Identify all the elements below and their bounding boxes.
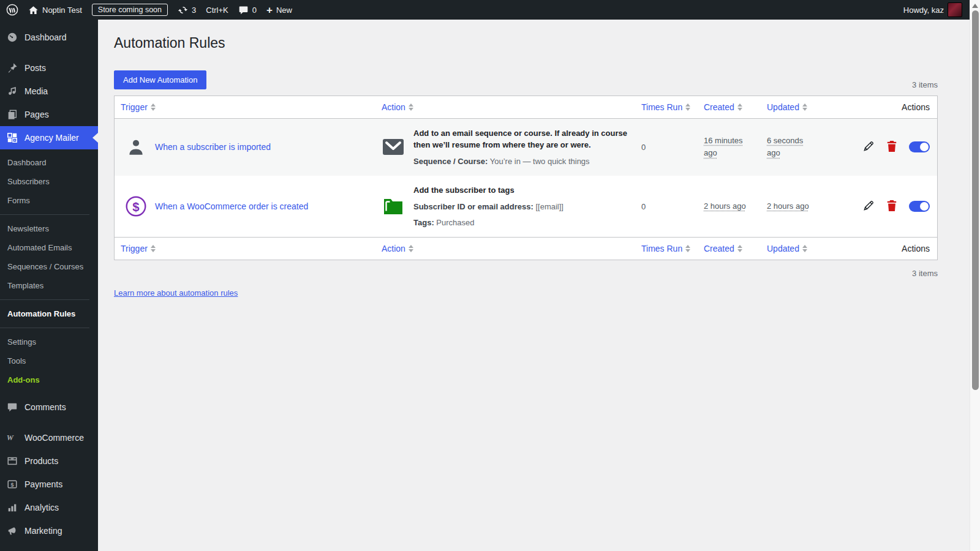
plus-icon: + [266,5,273,15]
column-label-actions: Actions [824,96,937,118]
sidebar-item-label: Comments [24,402,66,412]
submenu-item-automation-rules[interactable]: Automation Rules [0,304,98,323]
sidebar-item-payments[interactable]: $ Payments [0,473,98,496]
payments-icon: $ [6,478,18,490]
column-label-actions: Actions [824,238,937,260]
command-palette-shortcut[interactable]: Ctrl+K [206,6,228,15]
action-description: Add to an email sequence or course. If a… [413,127,629,151]
edit-rule-button[interactable] [862,140,875,154]
svg-text:W: W [7,433,14,442]
comments-link[interactable]: 0 [238,5,257,15]
sort-action[interactable]: Action [382,244,413,253]
learn-more-link[interactable]: Learn more about automation rules [114,288,238,298]
rule-enabled-toggle[interactable] [909,141,930,152]
submenu-item-dashboard[interactable]: Dashboard [0,153,98,172]
new-content-link[interactable]: + New [266,5,292,15]
trash-icon [886,140,897,154]
meta-value: You’re in — two quick things [490,157,590,166]
sort-trigger[interactable]: Trigger [121,102,156,112]
comments-count: 0 [252,6,257,15]
envelope-icon [382,138,405,156]
current-menu-arrow [92,133,98,143]
table-row: $ When a WooCommerce order is created Ad… [115,176,937,237]
sidebar-item-label: Media [24,86,48,96]
sort-times-run[interactable]: Times Run [641,244,690,253]
delete-rule-button[interactable] [886,140,897,154]
toggle-knob [920,202,929,211]
wordpress-logo-icon[interactable] [6,4,18,16]
dollar-circle-icon: $ [124,195,148,217]
page-scrollbar[interactable] [970,0,980,551]
column-label-updated: Updated [767,244,799,253]
sidebar-item-marketing[interactable]: Marketing [0,519,98,542]
sort-action[interactable]: Action [382,102,413,112]
site-home-link[interactable]: Noptin Test [28,5,82,15]
main-content: Automation Rules Add New Automation 3 it… [98,20,970,551]
column-label-times-run: Times Run [641,244,682,253]
sidebar-item-label: Products [24,456,58,466]
submenu-item-newsletters[interactable]: Newsletters [0,219,98,238]
grid-icon [6,132,18,144]
submenu-divider [0,214,89,215]
sidebar-item-posts[interactable]: Posts [0,56,98,80]
sort-arrows-icon [409,245,413,252]
sort-updated[interactable]: Updated [767,102,807,112]
sidebar-item-pages[interactable]: Pages [0,103,98,126]
meta-value: Purchased [436,218,474,227]
submenu-item-templates[interactable]: Templates [0,276,98,295]
submenu-item-automated-emails[interactable]: Automated Emails [0,238,98,257]
sidebar-item-analytics[interactable]: Analytics [0,496,98,519]
pages-icon [6,108,18,121]
sort-trigger[interactable]: Trigger [121,244,156,253]
sort-arrows-icon [737,103,742,111]
delete-rule-button[interactable] [886,200,897,214]
comment-icon [6,401,18,413]
items-count-top: 3 items [912,80,938,89]
sidebar-item-label: Payments [24,479,62,489]
submenu-item-add-ons[interactable]: Add-ons [0,370,98,389]
woocommerce-icon: W [6,432,18,444]
edit-rule-button[interactable] [862,200,875,214]
sort-created[interactable]: Created [704,244,742,253]
scrollbar-thumb[interactable] [972,10,979,390]
sort-arrows-icon [409,103,413,111]
submenu-item-sequences-courses[interactable]: Sequences / Courses [0,257,98,276]
sidebar-item-products[interactable]: Products [0,449,98,473]
sidebar-item-media[interactable]: Media [0,80,98,103]
created-value: 2 hours ago [704,200,746,213]
dashboard-icon [6,31,18,43]
sort-updated[interactable]: Updated [767,244,807,253]
automation-rule-link[interactable]: When a subscriber is imported [155,142,271,152]
sort-created[interactable]: Created [704,102,742,112]
automation-rule-link[interactable]: When a WooCommerce order is created [155,201,308,211]
agency-mailer-submenu: Dashboard Subscribers Forms Newsletters … [0,149,98,395]
new-label: New [276,6,292,15]
rule-enabled-toggle[interactable] [909,201,930,212]
sidebar-item-comments[interactable]: Comments [0,395,98,419]
submenu-item-subscribers[interactable]: Subscribers [0,172,98,191]
action-meta: Subscriber ID or email address: [[email]… [413,201,564,212]
sort-times-run[interactable]: Times Run [641,102,690,112]
submenu-item-forms[interactable]: Forms [0,191,98,210]
scrollbar-up-arrow[interactable] [972,4,978,8]
sort-arrows-icon [685,245,690,252]
sidebar-item-woocommerce[interactable]: W WooCommerce [0,426,98,449]
sidebar-item-dashboard[interactable]: Dashboard [0,26,98,49]
my-account-link[interactable]: Howdy, kaz [903,2,962,17]
submenu-item-tools[interactable]: Tools [0,351,98,370]
admin-sidebar: Dashboard Posts Media Pages Agency Maile… [0,20,98,551]
sidebar-item-agency-mailer[interactable]: Agency Mailer [0,126,98,149]
sidebar-item-label: Pages [24,110,49,119]
add-new-automation-button[interactable]: Add New Automation [114,70,206,89]
page-title: Automation Rules [114,34,938,53]
table-footer-row: Trigger Action Times Run Created Updated… [115,237,937,260]
pencil-icon [862,140,875,154]
svg-text:$: $ [132,200,139,214]
column-label-updated: Updated [767,102,799,112]
sidebar-item-label: Analytics [24,503,59,512]
automation-rules-table: Trigger Action Times Run Created Updated… [114,96,938,260]
action-meta: Tags: Purchased [413,217,564,228]
updates-link[interactable]: 3 [178,5,196,15]
submenu-item-settings[interactable]: Settings [0,332,98,351]
times-run-value: 0 [635,176,698,237]
